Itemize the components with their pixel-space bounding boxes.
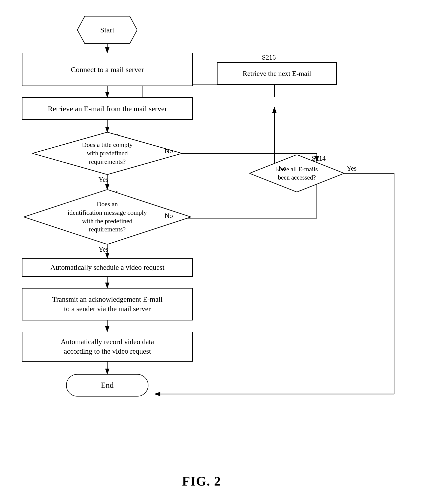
s216-label: S216: [262, 54, 276, 61]
s212-box: Automatically record video dataaccording…: [22, 332, 193, 362]
s206-yes-label: Yes: [99, 246, 108, 253]
s204-diamond: Does a title complywith predefinedrequir…: [32, 132, 182, 175]
end-box: End: [66, 374, 148, 397]
s202-text: Retrieve an E-mail from the mail server: [48, 104, 167, 113]
s214-no-label: No: [278, 165, 286, 172]
s208-box: Automatically schedule a video request: [22, 258, 193, 277]
flowchart-diagram: Start S200 Connect to a mail server S202…: [0, 0, 448, 504]
end-text: End: [101, 380, 114, 391]
s200-text: Connect to a mail server: [71, 65, 144, 74]
s204-yes-label: Yes: [99, 176, 108, 184]
s200-box: Connect to a mail server: [22, 53, 193, 86]
start-shape: Start: [77, 16, 137, 44]
s204-no-label: No: [165, 147, 173, 155]
s212-text: Automatically record video dataaccording…: [61, 337, 154, 356]
s214-diamond: Have all E-mailsbeen accessed?: [249, 155, 344, 192]
s208-text: Automatically schedule a video request: [50, 263, 164, 272]
s214-text: Have all E-mailsbeen accessed?: [264, 165, 330, 182]
figure-caption: FIG. 2: [182, 474, 221, 489]
s204-text: Does a title complywith predefinedrequir…: [55, 141, 160, 166]
s216-text: Retrieve the next E-mail: [243, 69, 311, 78]
s210-box: Transmit an acknowledgement E-mailto a s…: [22, 288, 193, 320]
start-label: Start: [100, 26, 114, 34]
s202-box: Retrieve an E-mail from the mail server: [22, 97, 193, 120]
s206-no-label: No: [165, 212, 173, 220]
s214-yes-label: Yes: [347, 165, 356, 172]
s216-box: Retrieve the next E-mail: [217, 62, 337, 85]
s210-text: Transmit an acknowledgement E-mailto a s…: [52, 295, 163, 313]
s206-text: Does anidentification message complywith…: [49, 200, 166, 234]
